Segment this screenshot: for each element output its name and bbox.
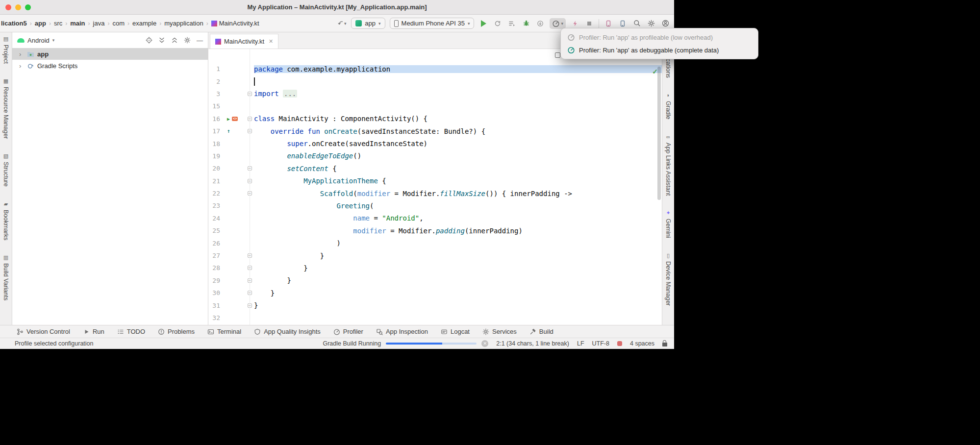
line-number[interactable]: 27 [208,252,223,259]
tool-window-button-services[interactable]: Services [482,328,517,335]
run-button[interactable] [478,18,488,29]
code-line-28[interactable]: 28− } [208,262,662,274]
code-text[interactable]: override fun onCreate(savedInstanceState… [254,127,662,135]
tool-window-button-run[interactable]: Run [83,328,104,335]
code-line-18[interactable]: 18 super.onCreate(savedInstanceState) [208,137,662,149]
line-number[interactable]: 32 [208,314,223,321]
code-line-1[interactable]: 1package com.example.myapplication [208,63,662,75]
close-tab-icon[interactable]: ✕ [269,38,273,45]
stop-button[interactable] [584,18,594,29]
tool-window-button-terminal[interactable]: Terminal [207,328,241,335]
chevron-down-icon[interactable]: ▾ [52,38,55,43]
code-line-25[interactable]: 25 modifier = Modifier.padding(innerPadd… [208,224,662,237]
tool-stripe-gradle[interactable]: ◗Gradle [665,93,672,120]
zoom-window-button[interactable] [25,4,31,10]
code-text[interactable]: enableEdgeToEdge() [254,152,662,160]
tool-stripe-device-manager[interactable]: ▯Device Manager [665,253,672,306]
code-line-22[interactable]: 22− Scaffold(modifier = Modifier.fillMax… [208,187,662,199]
tool-stripe-gemini[interactable]: ✦Gemini [665,210,672,238]
editor-scrollbar[interactable] [657,67,661,200]
tool-stripe-app-links-assistant[interactable]: ∞App Links Assistant [665,134,672,196]
apply-changes-icon[interactable] [570,18,580,29]
code-text[interactable]: } [254,289,662,297]
caret-position-widget[interactable]: 2:1 (34 chars, 1 line break) [496,340,569,347]
device-manager-icon[interactable] [618,18,628,29]
code-line-30[interactable]: 30− } [208,287,662,299]
fold-marker-icon[interactable]: − [248,166,252,171]
fold-marker-icon[interactable]: − [248,92,252,96]
tool-stripe-build-variants[interactable]: ▥Build Variants [2,255,9,300]
fold-marker-icon[interactable]: − [248,117,252,121]
code-line-17[interactable]: 17↑− override fun onCreate(savedInstance… [208,125,662,137]
encoding-widget[interactable]: UTF-8 [592,340,609,347]
line-number[interactable]: 29 [208,277,223,284]
chevron-right-icon[interactable]: › [19,62,24,70]
tree-item-gradle-scripts[interactable]: ›Gradle Scripts [12,60,208,72]
rerun-button[interactable] [493,18,503,29]
fold-marker-icon[interactable]: − [248,129,252,133]
code-line-16[interactable]: 16▶<>−class MainActivity : ComponentActi… [208,113,662,125]
code-line-2[interactable]: 2 [208,75,662,87]
settings-icon[interactable] [646,18,656,29]
line-number[interactable]: 28 [208,264,223,272]
tool-window-button-version-control[interactable]: Version Control [17,328,70,335]
editor-tab-mainactivity[interactable]: MainActivity.kt ✕ [210,34,278,49]
breadcrumb-example[interactable]: example [132,20,156,27]
expand-all-icon[interactable] [158,37,165,44]
fold-marker-icon[interactable]: − [248,253,252,258]
fold-marker-icon[interactable]: − [248,291,252,295]
vcs-widget-icon[interactable]: ▾ [337,18,347,29]
code-text[interactable]: class MainActivity : ComponentActivity()… [254,115,662,123]
line-number[interactable]: 1 [208,65,223,73]
line-number[interactable]: 2 [208,78,223,85]
breadcrumb-lication5[interactable]: lication5 [1,20,27,27]
profiler-button[interactable]: ▾ [550,18,566,29]
fold-marker-icon[interactable]: − [248,278,252,283]
close-window-button[interactable] [5,4,11,10]
line-number[interactable]: 30 [208,289,223,297]
code-line-27[interactable]: 27− } [208,249,662,262]
debug-button[interactable] [521,18,531,29]
tool-stripe-project[interactable]: ▤Project [2,36,9,64]
tool-window-button-app-quality-insights[interactable]: App Quality Insights [254,328,321,335]
breadcrumb-app[interactable]: app [35,20,46,27]
breadcrumb-main[interactable]: main [70,20,85,27]
tool-window-button-problems[interactable]: Problems [158,328,195,335]
code-text[interactable]: Scaffold(modifier = Modifier.fillMaxSize… [254,190,662,198]
collapse-all-icon[interactable] [171,37,178,44]
profiler-debuggable-option[interactable]: Profiler: Run 'app' as debuggable (compl… [563,44,755,56]
line-number[interactable]: 23 [208,202,223,209]
line-number[interactable]: 19 [208,152,223,160]
tree-item-app[interactable]: ›app [12,48,208,60]
tool-stripe-resource-manager[interactable]: ▦Resource Manager [2,78,9,139]
running-devices-icon[interactable] [603,18,613,29]
line-separator-widget[interactable]: LF [577,340,584,347]
locate-file-icon[interactable] [146,37,152,44]
minimize-window-button[interactable] [15,4,21,10]
code-text[interactable]: } [254,264,662,272]
tool-window-button-todo[interactable]: TODO [117,328,145,335]
indent-widget[interactable]: 4 spaces [630,340,654,347]
line-number[interactable]: 22 [208,190,223,197]
line-number[interactable]: 16 [208,115,223,123]
code-line-23[interactable]: 23 Greeting( [208,199,662,212]
code-line-32[interactable]: 32 [208,312,662,324]
code-text[interactable]: name = "Android", [254,214,662,222]
tool-stripe-bookmarks[interactable]: ▰Bookmarks [2,201,9,241]
line-number[interactable]: 21 [208,177,223,185]
run-with-coverage-icon[interactable] [535,18,545,29]
code-text[interactable]: modifier = Modifier.padding(innerPadding… [254,227,662,235]
code-text[interactable]: } [254,252,662,260]
code-line-26[interactable]: 26 ) [208,237,662,249]
overriding-method-gutter-icon[interactable]: ↑ [227,128,230,134]
code-text[interactable]: package com.example.myapplication [254,65,662,73]
panel-settings-icon[interactable] [184,37,191,44]
fold-marker-icon[interactable]: − [248,266,252,270]
code-text[interactable]: import ... [254,90,662,98]
chevron-right-icon[interactable]: › [19,50,24,58]
project-view-selector[interactable]: Android [27,37,50,44]
fold-marker-icon[interactable]: − [248,179,252,183]
code-text[interactable] [254,77,662,86]
code-text[interactable]: ) [254,239,662,247]
line-number[interactable]: 17 [208,127,223,135]
